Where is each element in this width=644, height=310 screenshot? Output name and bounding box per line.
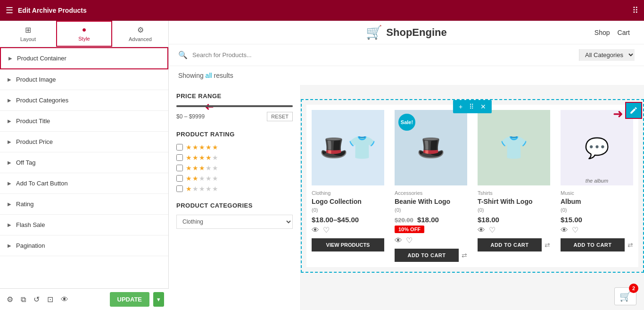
nav-cart[interactable]: Cart xyxy=(618,29,630,36)
sidebar-item-pagination[interactable]: ▶ Pagination xyxy=(0,235,168,256)
toolbar-add-btn[interactable]: + xyxy=(457,102,464,111)
wishlist-icon-4[interactable]: ♡ xyxy=(572,226,578,235)
view-products-button-1[interactable]: VIEW PRODUCTS xyxy=(312,238,384,251)
search-icon: 🔍 xyxy=(178,50,188,59)
product-category-1: Clothing xyxy=(312,190,384,196)
toolbar-move-btn[interactable]: ⠿ xyxy=(467,102,476,111)
arrow-icon: ▶ xyxy=(8,243,11,248)
compare-icon-2[interactable]: ⇄ xyxy=(462,251,467,259)
tab-advanced[interactable]: ⚙ Advanced xyxy=(112,21,168,47)
compare-icon-4[interactable]: ⇄ xyxy=(627,241,633,249)
category-select-wrap: Clothing xyxy=(176,215,293,229)
add-to-cart-button-2[interactable]: ADD TO CART xyxy=(395,249,459,262)
add-to-cart-button-3[interactable]: ADD TO CART xyxy=(478,238,542,251)
rating-row-1: ★★★★★ xyxy=(176,185,293,193)
rating-1-checkbox[interactable] xyxy=(176,185,183,192)
category-dropdown[interactable]: Clothing xyxy=(176,215,293,229)
update-button[interactable]: UPDATE xyxy=(110,292,149,307)
price-slider[interactable] xyxy=(176,105,293,107)
rating-2-checkbox[interactable] xyxy=(176,175,183,182)
page-title: Edit Archive Products xyxy=(18,7,87,14)
product-image-2: Sale! 🎩 xyxy=(395,110,467,185)
hamburger-icon[interactable]: ☰ xyxy=(6,5,13,16)
settings-icon[interactable]: ⚙ xyxy=(5,293,15,306)
item-label-product-price: Product Price xyxy=(16,138,53,145)
product-price-1: $18.00–$45.00 xyxy=(312,216,384,224)
eye-icon[interactable]: 👁 xyxy=(59,293,70,306)
product-rating-3: (0) xyxy=(478,207,550,213)
rating-5-stars: ★★★★★ xyxy=(186,143,219,151)
rating-5-checkbox[interactable] xyxy=(176,144,183,151)
grid-icon[interactable]: ⠿ xyxy=(632,5,638,16)
product-title-2: Beanie With Logo xyxy=(395,198,467,205)
rating-row-3: ★★★★★ xyxy=(176,164,293,172)
product-category-2: Accessories xyxy=(395,190,467,196)
arrow-icon: ▶ xyxy=(8,222,11,227)
off-tag-2: 10% OFF xyxy=(395,226,424,233)
product-card-1: 🎩👕 Clothing Logo Collection (0) $18.00–$… xyxy=(306,105,389,267)
eye-icon-1[interactable]: 👁 xyxy=(312,226,319,235)
product-rating-4: (0) xyxy=(561,207,633,213)
item-label-product-image: Product Image xyxy=(16,76,56,83)
product-card-2: Sale! 🎩 Accessories Beanie With Logo (0)… xyxy=(389,105,472,267)
tab-advanced-label: Advanced xyxy=(129,36,152,42)
sidebar-item-product-categories[interactable]: ▶ Product Categories xyxy=(0,90,168,111)
cart-widget: 2 🛒 xyxy=(614,287,636,305)
category-select[interactable]: All Categories xyxy=(579,49,635,61)
style-icon: ● xyxy=(82,25,87,34)
search-input[interactable] xyxy=(192,51,574,59)
compare-icon-3[interactable]: ⇄ xyxy=(545,241,550,249)
product-image-1: 🎩👕 xyxy=(312,110,384,185)
rating-row-5: ★★★★★ xyxy=(176,143,293,151)
product-grid: 🎩👕 Clothing Logo Collection (0) $18.00–$… xyxy=(301,99,644,273)
sidebar-tabs: ⊞ Layout ● Style ⚙ Advanced xyxy=(0,21,168,47)
eye-icon-2[interactable]: 👁 xyxy=(395,236,402,245)
add-to-cart-button-4[interactable]: ADD TO CART xyxy=(561,238,625,251)
product-title-1: Logo Collection xyxy=(312,198,384,205)
advanced-icon: ⚙ xyxy=(137,25,144,34)
sidebar: ⊞ Layout ● Style ⚙ Advanced ▶ Product Co… xyxy=(0,21,169,310)
site-header: 🛒 ShopEngine Shop Cart xyxy=(169,21,644,44)
sidebar-item-product-image[interactable]: ▶ Product Image xyxy=(0,69,168,90)
reset-button[interactable]: RESET xyxy=(267,112,293,121)
tab-layout[interactable]: ⊞ Layout xyxy=(0,21,56,47)
rating-4-checkbox[interactable] xyxy=(176,154,183,161)
arrow-icon: ▶ xyxy=(8,201,11,207)
sidebar-item-add-to-cart[interactable]: ▶ Add To Cart Button xyxy=(0,173,168,194)
sidebar-item-flash-sale[interactable]: ▶ Flash Sale xyxy=(0,215,168,235)
wishlist-icon-2[interactable]: ♡ xyxy=(406,236,413,245)
eye-icon-4[interactable]: 👁 xyxy=(561,226,568,235)
item-label-off-tag: Off Tag xyxy=(16,159,35,166)
sidebar-item-product-title[interactable]: ▶ Product Title xyxy=(0,111,168,132)
item-label-product-container: Product Container xyxy=(17,55,66,62)
nav-shop[interactable]: Shop xyxy=(594,29,610,36)
tab-style[interactable]: ● Style xyxy=(56,21,112,47)
rating-row-4: ★★★★★ xyxy=(176,154,293,161)
product-category-3: Tshirts xyxy=(478,190,550,196)
sidebar-item-product-container[interactable]: ▶ Product Container xyxy=(0,47,168,69)
results-text: Showing all results xyxy=(178,72,233,79)
sidebar-item-off-tag[interactable]: ▶ Off Tag xyxy=(0,152,168,173)
eye-icon-3[interactable]: 👁 xyxy=(478,226,485,235)
rating-3-checkbox[interactable] xyxy=(176,165,183,171)
price-range-title: PRICE RANGE xyxy=(176,92,293,100)
rating-filter-title: PRODUCT RATING xyxy=(176,131,293,138)
wishlist-icon-3[interactable]: ♡ xyxy=(489,226,495,235)
product-image-3: 👕 xyxy=(478,110,550,185)
arrow-icon: ▶ xyxy=(8,118,11,124)
toolbar-close-btn[interactable]: ✕ xyxy=(479,102,488,111)
results-section: Showing all results xyxy=(169,66,644,85)
preview-icon[interactable]: ⊡ xyxy=(45,293,55,306)
wishlist-icon-1[interactable]: ♡ xyxy=(323,226,330,235)
product-image-4: 💬 the album xyxy=(561,110,633,185)
product-rating-1: (0) xyxy=(312,207,384,213)
product-card-4: 💬 the album Music Album (0) $15.00 👁 ♡ xyxy=(555,105,638,267)
arrow-icon: ▶ xyxy=(8,56,12,61)
update-arrow-button[interactable]: ▾ xyxy=(153,292,164,307)
layers-icon[interactable]: ⧉ xyxy=(19,293,28,306)
corner-edit-button[interactable] xyxy=(625,102,642,119)
product-price-3: $18.00 xyxy=(478,216,550,224)
history-icon[interactable]: ↺ xyxy=(32,293,41,306)
sidebar-item-product-price[interactable]: ▶ Product Price xyxy=(0,132,168,152)
sidebar-item-rating[interactable]: ▶ Rating xyxy=(0,194,168,215)
